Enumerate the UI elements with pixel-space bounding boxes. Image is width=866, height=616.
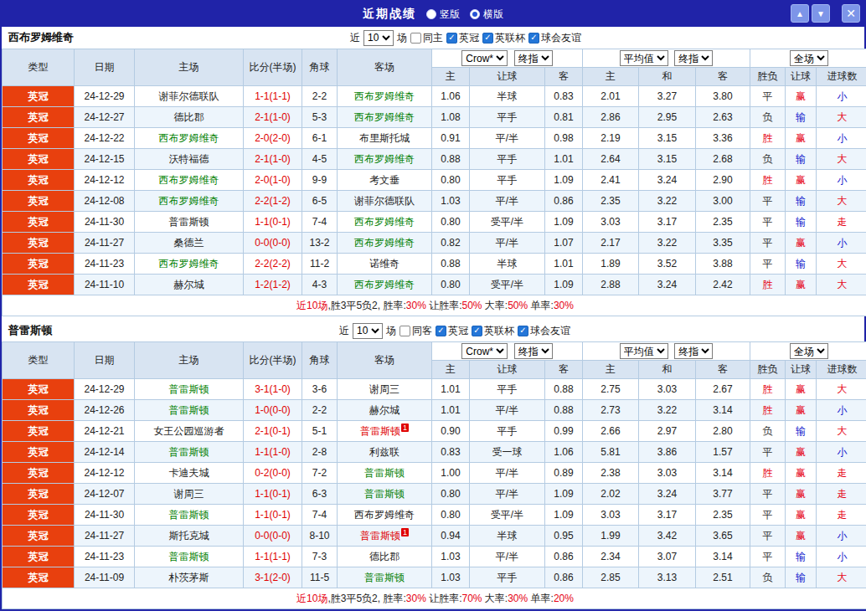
league-type-badge[interactable]: 英冠 — [3, 505, 75, 526]
team-name[interactable]: 考文垂 — [369, 174, 399, 186]
team-name[interactable]: 西布罗姆维奇 — [354, 509, 415, 521]
league-type-badge[interactable]: 英冠 — [3, 421, 75, 442]
league-filter-efl-cup[interactable]: ✓ 英联杯 — [482, 31, 525, 45]
average-select[interactable]: 平均值 — [620, 50, 668, 66]
result-outcome: 平 — [750, 233, 786, 254]
team-name[interactable]: 普雷斯顿 — [364, 572, 405, 583]
team-name[interactable]: 普雷斯顿 — [169, 404, 209, 416]
league-type-badge[interactable]: 英冠 — [3, 547, 75, 567]
checkbox-unchecked-icon[interactable] — [410, 33, 421, 44]
team-name[interactable]: 西布罗姆维奇 — [354, 90, 415, 102]
team-name[interactable]: 普雷斯顿 — [169, 383, 209, 395]
league-type-badge[interactable]: 英冠 — [3, 463, 75, 484]
team-name[interactable]: 诺维奇 — [369, 258, 399, 270]
team-name[interactable]: 沃特福德 — [169, 153, 209, 165]
radio-unselected-icon[interactable] — [426, 9, 436, 19]
team-name[interactable]: 谢菲尔德联队 — [159, 90, 219, 102]
radio-selected-icon[interactable] — [470, 9, 480, 19]
odds-company-select[interactable]: Crow* — [461, 343, 508, 359]
layout-vertical-option[interactable]: 竖版 — [426, 8, 460, 22]
league-type-badge[interactable]: 英冠 — [3, 254, 75, 275]
team-name[interactable]: 普雷斯顿 — [169, 216, 209, 228]
team-name[interactable]: 卡迪夫城 — [169, 467, 209, 479]
team-name[interactable]: 德比郡 — [369, 551, 399, 562]
league-filter-friendly[interactable]: ✓ 球会友谊 — [518, 324, 570, 338]
team-name[interactable]: 西布罗姆维奇 — [159, 174, 219, 186]
checkbox-checked-icon[interactable]: ✓ — [528, 33, 539, 44]
team-name[interactable]: 德比郡 — [174, 111, 204, 123]
crown-odds-away: 1.06 — [545, 442, 583, 463]
odds-final-select[interactable]: 终指 — [514, 343, 553, 359]
layout-horizontal-option[interactable]: 横版 — [470, 8, 503, 22]
league-type-badge[interactable]: 英冠 — [3, 275, 75, 295]
team-name[interactable]: 谢菲尔德联队 — [354, 195, 415, 207]
team-name[interactable]: 女王公园巡游者 — [154, 425, 224, 437]
league-type-badge[interactable]: 英冠 — [3, 149, 75, 170]
league-filter-championship[interactable]: ✓ 英冠 — [436, 324, 468, 338]
league-type-badge[interactable]: 英冠 — [3, 567, 75, 588]
league-filter-championship[interactable]: ✓ 英冠 — [446, 31, 479, 45]
close-button[interactable]: ✕ — [842, 4, 860, 23]
average-odds-home: 2.73 — [583, 400, 639, 421]
average-final-select[interactable]: 终指 — [674, 343, 713, 359]
team-name[interactable]: 朴茨茅斯 — [169, 572, 209, 583]
team-name[interactable]: 普雷斯顿 — [364, 488, 405, 500]
league-type-badge[interactable]: 英冠 — [3, 170, 75, 191]
checkbox-checked-icon[interactable]: ✓ — [482, 33, 493, 44]
team-name[interactable]: 普雷斯顿 — [169, 509, 209, 521]
team-name[interactable]: 西布罗姆维奇 — [159, 132, 219, 144]
scope-select[interactable]: 全场 — [790, 343, 828, 359]
scope-select[interactable]: 全场 — [790, 50, 828, 66]
scroll-down-button[interactable]: ▼ — [812, 4, 830, 23]
team-name[interactable]: 普雷斯顿 — [364, 467, 405, 479]
team-name[interactable]: 布里斯托城 — [359, 132, 410, 144]
league-type-badge[interactable]: 英冠 — [3, 233, 75, 254]
average-select[interactable]: 平均值 — [620, 343, 668, 359]
odds-company-select[interactable]: Crow* — [461, 50, 508, 66]
league-type-badge[interactable]: 英冠 — [3, 212, 75, 233]
checkbox-checked-icon[interactable]: ✓ — [472, 326, 482, 336]
summary-segment: 50% — [461, 300, 482, 311]
league-type-badge[interactable]: 英冠 — [3, 379, 75, 400]
checkbox-checked-icon[interactable]: ✓ — [518, 326, 528, 336]
scroll-up-button[interactable]: ▲ — [791, 4, 809, 23]
league-type-badge[interactable]: 英冠 — [3, 107, 75, 128]
match-count-select[interactable]: 10 — [353, 323, 383, 339]
team-name[interactable]: 普雷斯顿 — [169, 446, 209, 458]
team-name[interactable]: 斯托克城 — [169, 530, 209, 542]
league-filter-friendly[interactable]: ✓ 球会友谊 — [528, 31, 581, 45]
team-name[interactable]: 普雷斯顿 — [169, 551, 209, 562]
league-type-badge[interactable]: 英冠 — [3, 400, 75, 421]
team-name[interactable]: 西布罗姆维奇 — [354, 237, 415, 249]
league-type-badge[interactable]: 英冠 — [3, 442, 75, 463]
average-final-select[interactable]: 终指 — [674, 50, 713, 66]
league-type-badge[interactable]: 英冠 — [3, 526, 75, 547]
league-type-badge[interactable]: 英冠 — [3, 128, 75, 149]
team-name[interactable]: 西布罗姆维奇 — [354, 153, 415, 165]
team-name[interactable]: 普雷斯顿 — [360, 530, 400, 542]
team-name[interactable]: 西布罗姆维奇 — [354, 216, 415, 228]
team-name[interactable]: 赫尔城 — [174, 279, 204, 290]
team-name[interactable]: 西布罗姆维奇 — [354, 279, 415, 290]
team-name[interactable]: 谢周三 — [174, 488, 204, 500]
team-name[interactable]: 谢周三 — [369, 383, 399, 395]
team-name[interactable]: 西布罗姆维奇 — [159, 195, 219, 207]
league-type-badge[interactable]: 英冠 — [3, 191, 75, 212]
checkbox-checked-icon[interactable]: ✓ — [446, 33, 457, 44]
league-type-badge[interactable]: 英冠 — [3, 484, 75, 505]
team-name[interactable]: 普雷斯顿 — [360, 425, 400, 437]
league-type-badge[interactable]: 英冠 — [3, 86, 75, 107]
checkbox-checked-icon[interactable]: ✓ — [436, 326, 446, 336]
same-venue-filter[interactable]: 同客 — [399, 324, 432, 338]
league-filter-efl-cup[interactable]: ✓ 英联杯 — [472, 324, 514, 338]
match-count-select[interactable]: 10 — [363, 30, 394, 46]
match-row: 英冠24-12-15沃特福德2-1(1-0)4-5西布罗姆维奇0.88平手1.0… — [3, 149, 866, 170]
team-name[interactable]: 西布罗姆维奇 — [159, 258, 219, 270]
same-venue-filter[interactable]: 同主 — [410, 31, 443, 45]
checkbox-unchecked-icon[interactable] — [399, 326, 410, 336]
odds-final-select[interactable]: 终指 — [514, 50, 553, 66]
team-name[interactable]: 利兹联 — [369, 446, 399, 458]
team-name[interactable]: 桑德兰 — [174, 237, 204, 249]
team-name[interactable]: 赫尔城 — [369, 404, 399, 416]
team-name[interactable]: 西布罗姆维奇 — [354, 111, 415, 123]
